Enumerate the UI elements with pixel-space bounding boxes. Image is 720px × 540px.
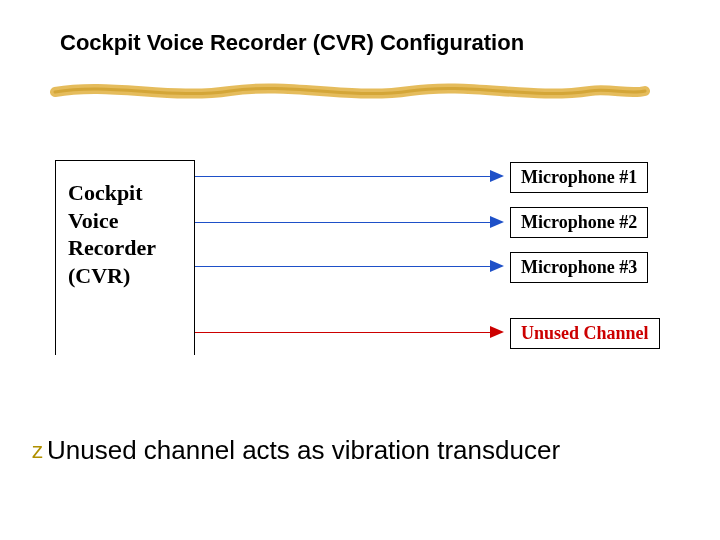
- connector-line: [195, 176, 490, 177]
- arrowhead-icon: [490, 260, 504, 272]
- arrowhead-icon: [490, 326, 504, 338]
- cvr-label-line: Cockpit: [68, 179, 182, 207]
- bullet-text: Unused channel acts as vibration transdu…: [47, 435, 560, 466]
- bullet-point: z Unused channel acts as vibration trans…: [32, 435, 560, 466]
- channel-box-unused: Unused Channel: [510, 318, 660, 349]
- connector-line: [195, 222, 490, 223]
- slide-title: Cockpit Voice Recorder (CVR) Configurati…: [60, 30, 524, 56]
- cvr-source-box: Cockpit Voice Recorder (CVR): [55, 160, 195, 355]
- cvr-label-line: Voice: [68, 207, 182, 235]
- arrowhead-icon: [490, 170, 504, 182]
- connector-line: [195, 332, 490, 333]
- channel-box-mic3: Microphone #3: [510, 252, 648, 283]
- cvr-label-line: (CVR): [68, 262, 182, 290]
- cvr-label-line: Recorder: [68, 234, 182, 262]
- bullet-icon: z: [32, 438, 43, 464]
- channel-box-mic1: Microphone #1: [510, 162, 648, 193]
- arrowhead-icon: [490, 216, 504, 228]
- channel-box-mic2: Microphone #2: [510, 207, 648, 238]
- connector-line: [195, 266, 490, 267]
- cvr-diagram: Cockpit Voice Recorder (CVR) Microphone …: [55, 160, 675, 380]
- brush-underline: [50, 80, 650, 102]
